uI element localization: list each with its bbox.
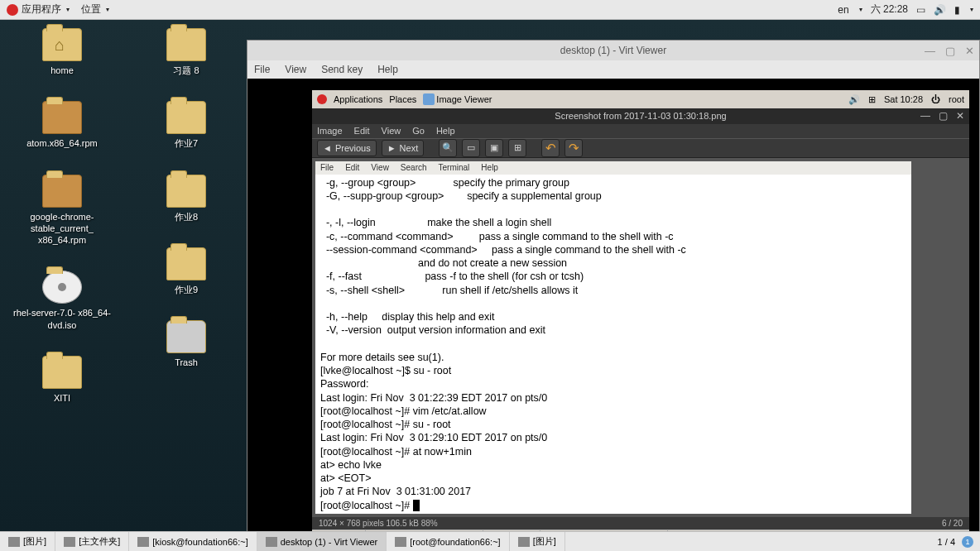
- clock[interactable]: 六 22:28: [871, 2, 908, 17]
- icon-label: 作业8: [175, 211, 198, 223]
- iv-menu-item-edit[interactable]: Edit: [354, 126, 370, 136]
- volume-icon[interactable]: 🔊: [934, 4, 946, 16]
- guest-network-icon[interactable]: ⊞: [868, 94, 876, 105]
- iv-close-button[interactable]: ✕: [956, 110, 964, 122]
- taskbar-item[interactable]: desktop (1) - Virt Viewer: [257, 532, 387, 551]
- guest-active-app[interactable]: Image Viewer: [436, 94, 492, 104]
- input-method-indicator[interactable]: en: [838, 4, 848, 16]
- menu-item-send-key[interactable]: Send key: [321, 64, 363, 75]
- iv-maximize-button[interactable]: ▢: [939, 110, 948, 122]
- displayed-screenshot: FileEditViewSearchTerminalHelp -g, --gro…: [312, 158, 969, 517]
- taskbar-item[interactable]: [图片]: [510, 532, 565, 551]
- taskbar-item[interactable]: [主文件夹]: [55, 532, 129, 551]
- desktop-icon[interactable]: Trash: [137, 320, 236, 368]
- rotate-right-button[interactable]: ↷: [564, 139, 583, 157]
- zoom-in-button[interactable]: 🔍: [439, 139, 457, 157]
- gallery-button[interactable]: ⊞: [508, 139, 526, 157]
- notification-icon[interactable]: 1: [962, 536, 973, 548]
- folder-icon: [42, 271, 82, 304]
- zoom-out-button[interactable]: ▭: [462, 139, 480, 157]
- desktop-icon[interactable]: home: [12, 28, 112, 76]
- host-top-panel: 应用程序▾ 位置▾ en▾ 六 22:28 ▭ 🔊 ▮ ▾: [0, 0, 980, 20]
- folder-icon: [42, 175, 82, 208]
- folder-icon: [42, 356, 82, 389]
- icon-label: 作业9: [175, 284, 198, 295]
- next-button[interactable]: ►Next: [382, 140, 425, 156]
- guest-clock[interactable]: Sat 10:28: [884, 94, 923, 104]
- icon-label: rhel-server-7.0- x86_64-dvd.iso: [12, 307, 112, 331]
- icon-label: 作业7: [175, 137, 198, 149]
- task-label: [主文件夹]: [79, 535, 120, 548]
- terminal-window: FileEditViewSearchTerminalHelp -g, --gro…: [315, 161, 911, 514]
- screen-icon[interactable]: ▭: [916, 4, 925, 16]
- menu-item-file[interactable]: File: [254, 64, 270, 75]
- folder-icon: [166, 247, 206, 280]
- guest-power-icon[interactable]: ⏻: [931, 94, 940, 104]
- guest-applications-menu[interactable]: Applications: [334, 94, 382, 104]
- task-label: [root@foundation66:~]: [410, 537, 500, 547]
- icon-label: Trash: [175, 357, 198, 368]
- icon-label: home: [50, 65, 74, 76]
- applications-menu[interactable]: 应用程序: [22, 2, 61, 17]
- image-viewer-title: Screenshot from 2017-11-03 01:30:18.png: [555, 111, 726, 121]
- battery-icon[interactable]: ▮: [954, 4, 960, 16]
- desktop-icon[interactable]: 作业8: [137, 175, 236, 223]
- task-icon: [518, 537, 530, 547]
- desktop-icon[interactable]: google-chrome- stable_current_ x86_64.rp…: [12, 175, 112, 247]
- previous-button[interactable]: ◄Previous: [317, 140, 377, 156]
- iv-minimize-button[interactable]: —: [920, 110, 930, 122]
- iv-menu-item-image[interactable]: Image: [317, 126, 343, 136]
- guest-places-menu[interactable]: Places: [389, 94, 416, 104]
- task-label: [图片]: [23, 535, 46, 548]
- virt-viewer-window: desktop (1) - Virt Viewer — ▢ ✕ FileView…: [247, 40, 980, 551]
- desktop-icon[interactable]: rhel-server-7.0- x86_64-dvd.iso: [12, 271, 112, 331]
- desktop-icon[interactable]: 作业9: [137, 247, 236, 295]
- desktop[interactable]: homeatom.x86_64.rpmgoogle-chrome- stable…: [0, 20, 980, 531]
- virt-viewer-menubar: FileViewSend keyHelp: [247, 60, 979, 79]
- terminal-cursor: [413, 500, 420, 511]
- term-menu-item-search[interactable]: Search: [401, 163, 427, 172]
- guest-distro-icon: [317, 94, 327, 104]
- menu-item-view[interactable]: View: [285, 64, 306, 75]
- taskbar-item[interactable]: [图片]: [0, 532, 55, 551]
- term-menu-item-file[interactable]: File: [320, 163, 334, 172]
- task-icon: [64, 537, 75, 547]
- maximize-button[interactable]: ▢: [945, 45, 955, 57]
- folder-icon: [166, 101, 206, 134]
- term-menu-item-edit[interactable]: Edit: [345, 163, 359, 172]
- icon-label: 习题 8: [173, 65, 199, 76]
- terminal-output: -g, --group <group> specify the primary …: [315, 175, 911, 514]
- icon-label: XITI: [54, 392, 70, 404]
- folder-icon: [166, 175, 206, 208]
- term-menu-item-help[interactable]: Help: [481, 163, 498, 172]
- minimize-button[interactable]: —: [925, 45, 935, 57]
- task-label: [kiosk@foundation66:~]: [152, 537, 247, 547]
- iv-menu-item-help[interactable]: Help: [436, 126, 455, 136]
- term-menu-item-view[interactable]: View: [371, 163, 389, 172]
- icon-label: google-chrome- stable_current_ x86_64.rp…: [12, 211, 112, 247]
- folder-icon: [42, 101, 82, 134]
- desktop-icon[interactable]: 作业7: [137, 101, 236, 149]
- iv-menu-item-go[interactable]: Go: [412, 126, 425, 136]
- term-menu-item-terminal[interactable]: Terminal: [439, 163, 470, 172]
- window-titlebar[interactable]: desktop (1) - Virt Viewer — ▢ ✕: [247, 41, 979, 60]
- desktop-icon[interactable]: 习题 8: [137, 28, 236, 76]
- workspace-pager[interactable]: 1 / 4: [938, 537, 955, 547]
- image-viewer-titlebar[interactable]: Screenshot from 2017-11-03 01:30:18.png …: [312, 108, 969, 124]
- zoom-fit-button[interactable]: ▣: [485, 139, 503, 157]
- guest-volume-icon[interactable]: 🔊: [848, 94, 860, 105]
- rotate-left-button[interactable]: ↶: [541, 139, 560, 157]
- desktop-icon[interactable]: atom.x86_64.rpm: [12, 101, 112, 149]
- task-label: [图片]: [533, 535, 556, 548]
- task-icon: [266, 537, 277, 547]
- close-button[interactable]: ✕: [965, 45, 974, 57]
- desktop-icon[interactable]: XITI: [12, 356, 112, 404]
- taskbar-item[interactable]: [root@foundation66:~]: [387, 532, 509, 551]
- guest-user-menu[interactable]: root: [949, 94, 964, 104]
- taskbar-item[interactable]: [kiosk@foundation66:~]: [129, 532, 257, 551]
- vm-display[interactable]: Applications Places Image Viewer 🔊 ⊞ Sat…: [247, 79, 979, 550]
- iv-menu-item-view[interactable]: View: [382, 126, 401, 136]
- icon-label: atom.x86_64.rpm: [26, 137, 98, 149]
- menu-item-help[interactable]: Help: [377, 64, 398, 75]
- places-menu[interactable]: 位置: [81, 2, 101, 17]
